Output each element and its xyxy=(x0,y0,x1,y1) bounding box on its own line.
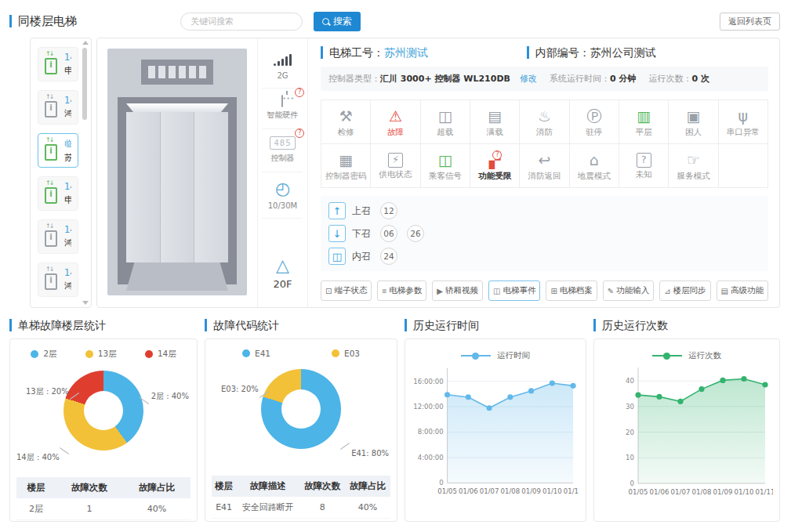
list-item[interactable]: 临安锦上大酒店苏州电气楼电梯 xyxy=(38,133,78,168)
call-label: 上召 xyxy=(352,204,371,218)
list-item[interactable]: 14E0088申龙电气楼电梯 xyxy=(38,47,78,81)
action-button-轿厢视频[interactable]: ▶轿厢视频 xyxy=(432,280,483,301)
scrollbar-thumb[interactable] xyxy=(82,48,87,120)
action-button-label: 电梯事件 xyxy=(503,285,535,296)
legend-dot-icon xyxy=(332,349,339,357)
action-button-功能输入[interactable]: ✎功能输入 xyxy=(603,280,654,301)
table-cell: 20% xyxy=(345,519,390,523)
internal-number-title: 内部编号：苏州公司测试 xyxy=(527,46,656,59)
list-item-text: 临安锦上大酒店苏州电气楼电梯 xyxy=(64,138,71,164)
controller-type: 控制器类型：汇川 3000+ 控制器 WL210DB xyxy=(328,73,510,85)
action-button-楼层同步[interactable]: ⊿楼层同步 xyxy=(659,280,710,301)
indicator-label: 智能硬件 xyxy=(262,110,303,121)
indicator-floor: △20F xyxy=(262,249,303,298)
svg-text:01/11: 01/11 xyxy=(564,487,579,495)
floor-fault-card: 2层13层14层 2层 : 40%13层 : 20%14层 : 40% 楼层故障… xyxy=(9,338,198,522)
scrollbar[interactable] xyxy=(82,41,89,305)
table-header: 楼层 xyxy=(16,477,56,498)
list-item[interactable]: 14E0088鸿威电气楼电梯 xyxy=(38,262,78,297)
legend-dot-icon xyxy=(85,350,93,358)
legend-line-icon xyxy=(461,355,491,356)
work-number-title: 电梯工号：苏州测试 xyxy=(321,46,527,59)
modify-link[interactable]: 修改 xyxy=(520,73,537,85)
status-label: 地震模式 xyxy=(571,171,618,182)
status-cell-超载: ◫超载 xyxy=(420,100,470,144)
status-label: 检修 xyxy=(322,127,369,138)
elevator-info-panel: 电梯工号：苏州测试 内部编号：苏州公司测试 控制器类型：汇川 3000+ 控制器… xyxy=(308,38,779,307)
status-icon: ▞? xyxy=(489,151,501,169)
elevator-name: 申龙电气楼电梯 xyxy=(64,65,71,77)
status-icon: ☞ xyxy=(687,151,700,169)
back-to-list-button[interactable]: 返回列表页 xyxy=(720,13,780,31)
legend-label: 14层 xyxy=(158,349,176,360)
elevator-name: 鸿威电气楼电梯 xyxy=(64,280,71,292)
search-icon xyxy=(322,18,329,25)
fault-code-card: E41E03 E03: 20%E41: 80% 楼层故障描述故障次数故障占比E4… xyxy=(205,338,397,522)
svg-text:01/06: 01/06 xyxy=(650,488,669,496)
list-item-text: 14E0088申龙电气楼电梯 xyxy=(64,52,71,77)
elevator-name: 申龙电气楼电梯 xyxy=(64,194,71,206)
action-button-label: 楼层同步 xyxy=(673,285,706,296)
indicator-signal: 2G xyxy=(262,46,303,89)
donut-callout: 2层 : 40% xyxy=(151,391,189,402)
call-floor-badge: 12 xyxy=(380,202,397,219)
action-button-label: 轿厢视频 xyxy=(445,285,478,296)
indicator-label: 20F xyxy=(262,278,303,290)
table-cell: 8 xyxy=(299,497,345,519)
elevator-code: 临安锦上大酒店 xyxy=(64,138,71,150)
action-button-label: 高级功能 xyxy=(731,285,764,296)
status-cell-乘客信号: ◫乘客信号 xyxy=(420,144,470,188)
status-cell-服务模式: ☞服务模式 xyxy=(669,144,718,188)
list-item[interactable]: 14E0088申龙电气楼电梯 xyxy=(38,176,78,211)
status-icon: ◫ xyxy=(438,107,452,125)
fault-code-table: 楼层故障描述故障次数故障占比E41安全回路断开840%E03减速过电流220% xyxy=(212,476,390,522)
status-label: 消防 xyxy=(521,127,568,138)
table-cell: E41 xyxy=(212,497,236,519)
search-input[interactable] xyxy=(180,13,303,31)
scroll-up-icon[interactable] xyxy=(82,41,89,45)
status-grid: ⚒检修⚠故障◫超载▤满载♨消防Ⓟ驻停▥平层▣困人ψ串口异常▦控制器密码⚡供电状态… xyxy=(321,100,768,188)
elevator-icon xyxy=(45,187,57,204)
status-cell-empty xyxy=(718,144,767,188)
status-icon: ↩ xyxy=(539,151,551,169)
status-icon: ⌂ xyxy=(590,151,599,169)
svg-text:01/06: 01/06 xyxy=(459,487,478,495)
elevator-code: 14E0088 xyxy=(64,267,71,278)
status-cell-控制器密码: ▦控制器密码 xyxy=(321,144,370,188)
action-button-电梯档案[interactable]: ⊞电梯档案 xyxy=(546,280,597,301)
action-button-端子状态[interactable]: ⊡端子状态 xyxy=(321,280,372,301)
elevator-code: 14E0088 xyxy=(64,52,71,63)
action-button-电梯参数[interactable]: ≡电梯参数 xyxy=(377,280,426,301)
indicator-speed: ◴10/30M xyxy=(262,172,303,219)
svg-text:01/08: 01/08 xyxy=(501,487,521,495)
status-cell-故障: ⚠故障 xyxy=(371,100,420,144)
svg-text:16:00:00: 16:00:00 xyxy=(413,378,443,385)
action-button-icon: ◫ xyxy=(493,287,500,295)
scroll-down-icon[interactable] xyxy=(82,301,89,305)
legend-dot-icon xyxy=(31,350,38,358)
action-button-电梯事件[interactable]: ◫电梯事件 xyxy=(488,280,540,301)
search-button[interactable]: 搜索 xyxy=(314,12,361,31)
run-count: 运行次数：0 次 xyxy=(648,73,709,85)
elevator-icon xyxy=(45,144,57,161)
action-button-icon: ▤ xyxy=(721,287,728,295)
list-item-text: 14E0088鸿威电气楼电梯 xyxy=(64,267,71,292)
status-cell-地震模式: ⌂地震模式 xyxy=(569,144,619,188)
elevator-shaft-image xyxy=(107,49,247,295)
list-item[interactable]: 14E0088鸿威电气楼电梯 xyxy=(38,219,78,254)
bottom-panels: 单梯故障楼层统计 2层13层14层 2层 : 40%13层 : 20%14层 :… xyxy=(9,317,780,522)
status-label: 服务模式 xyxy=(669,171,717,182)
table-cell: 1 xyxy=(56,498,123,520)
run-time-card: 运行时间 04:00:008:00:0012:00:0016:00:0001/0… xyxy=(405,338,586,522)
elevator-floor xyxy=(126,262,228,291)
action-button-高级功能[interactable]: ▤高级功能 xyxy=(717,280,768,301)
info-titles: 电梯工号：苏州测试 内部编号：苏州公司测试 xyxy=(321,46,768,59)
run-count-card: 运行次数 01020304001/0501/0601/0701/0801/090… xyxy=(593,338,780,522)
status-cell-功能受限: ▞?功能受限 xyxy=(470,144,519,188)
panel-floor-fault-stats: 单梯故障楼层统计 2层13层14层 2层 : 40%13层 : 20%14层 :… xyxy=(9,317,198,522)
list-item[interactable]: 14E0088鸿威电气楼电梯 xyxy=(38,90,78,125)
status-cell-困人: ▣困人 xyxy=(669,100,718,144)
svg-text:01/09: 01/09 xyxy=(521,487,541,495)
status-icon: ◫ xyxy=(438,151,452,169)
svg-text:01/10: 01/10 xyxy=(735,488,754,496)
